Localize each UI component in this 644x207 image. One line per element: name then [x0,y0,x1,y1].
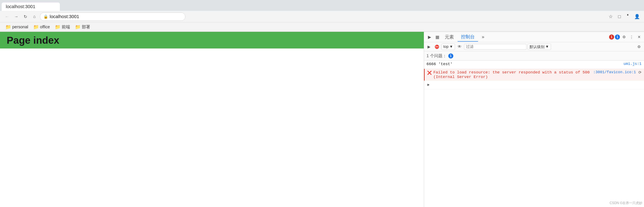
dropdown-arrow-icon: ▼ [545,45,549,49]
lock-icon: 🔒 [44,14,48,19]
nav-bar: ← → ↻ ⌂ 🔒 localhost:3001 ☆ □ 🬀 👤 [0,11,644,23]
clear-console-button[interactable]: ⛔ [434,44,440,50]
expand-icon[interactable]: ► [426,82,430,88]
log-entry-link[interactable]: umi.js:1 [624,62,642,66]
console-error-entry: ❌ Failed to load resource: the server re… [424,69,644,81]
error-text: Failed to load resource: the server resp… [433,70,590,79]
tab-bar: localhost:3001 [0,0,644,11]
devtools-toolbar: ▶ ⛔ top ▼ 👁 默认级别 ▼ ⚙ [424,42,644,51]
eye-button[interactable]: 👁 [456,44,463,50]
top-context-dropdown[interactable]: top ▼ [442,44,455,50]
tab-elements[interactable]: 元素 [442,33,457,41]
responsive-mode-icon[interactable]: ▦ [434,33,441,41]
devtools-menu-button[interactable]: ⋮ [628,34,635,40]
issues-badge: 1 [448,54,453,59]
page-title: Page index [7,35,59,46]
home-button[interactable]: ⌂ [31,13,38,20]
bookmark-label: office [40,25,50,29]
folder-icon: 📁 [6,24,11,30]
tab-console[interactable]: 控制台 [458,33,478,42]
bookmark-star-button[interactable]: ☆ [607,13,614,20]
log-entry-content: 6666 'test' [426,62,622,66]
reload-button[interactable]: ↻ [22,13,29,20]
bookmark-office[interactable]: 📁 office [31,24,52,31]
tab-title: localhost:3001 [6,4,35,9]
tab-more[interactable]: » [478,33,488,41]
bookmark-label: personal [12,25,28,29]
page-layout: Page index ▶ ▦ 元素 控制台 » 1 1 ⚙ ⋮ ✕ [0,32,644,207]
bookmark-label: 部署 [82,24,90,30]
console-log-entry: 6666 'test' umi.js:1 [424,61,644,69]
devtools-settings-button[interactable]: ⚙ [621,34,628,40]
devtools-right-icons: 1 1 ⚙ ⋮ ✕ [609,34,642,40]
bookmark-personal[interactable]: 📁 personal [3,24,30,31]
bookmarks-bar: 📁 personal 📁 office 📁 前端 📁 部署 [0,23,644,32]
folder-icon: 📁 [75,24,80,30]
folder-icon: 📁 [55,24,60,30]
run-button[interactable]: ▶ [426,44,432,50]
bookmark-deploy[interactable]: 📁 部署 [73,23,92,31]
csdn-watermark: CSDN ©在养一只虎妙 [610,201,642,205]
folder-icon: 📁 [33,24,39,30]
devtools-panel: ▶ ▦ 元素 控制台 » 1 1 ⚙ ⋮ ✕ ▶ ⛔ t [424,32,644,207]
filter-input[interactable] [464,44,526,50]
dropdown-arrow-icon: ▼ [449,45,453,49]
error-icon: ❌ [427,71,432,75]
issues-count-text: 1 个问题： [426,53,447,59]
inspect-element-icon[interactable]: ▶ [426,33,433,41]
log-text: 6666 'test' [426,62,452,66]
console-entries: 6666 'test' umi.js:1 ❌ Failed to load re… [424,61,644,207]
devtools-tabs-bar: ▶ ▦ 元素 控制台 » 1 1 ⚙ ⋮ ✕ [424,32,644,42]
media-button[interactable]: □ [616,13,623,20]
error-entry-content: Failed to load resource: the server resp… [433,70,592,79]
error-entry-link[interactable]: :3001/favicon.ico:1 [593,70,636,74]
issues-bar: 1 个问题： 1 [424,51,644,61]
active-tab[interactable]: localhost:3001 [2,3,60,11]
back-button[interactable]: ← [3,13,11,20]
console-expand-row: ► [424,81,644,89]
devtools-close-button[interactable]: ✕ [636,34,642,40]
level-label: 默认级别 [530,44,544,49]
message-badge: 1 [615,35,620,40]
bookmark-frontend[interactable]: 📁 前端 [53,23,72,31]
log-level-dropdown[interactable]: 默认级别 ▼ [528,44,551,50]
bookmark-label: 前端 [62,24,70,30]
top-label: top [443,45,448,49]
address-text: localhost:3001 [50,14,79,19]
extensions-button[interactable]: 🬀 [624,13,632,20]
error-reload-icon: ⟳ [638,70,642,75]
devtools-settings-gear-button[interactable]: ⚙ [636,44,642,50]
error-badge: 1 [609,35,614,40]
address-bar[interactable]: 🔒 localhost:3001 [40,13,185,21]
page-header: Page index [0,32,424,49]
browser-chrome: localhost:3001 ← → ↻ ⌂ 🔒 localhost:3001 … [0,0,644,32]
page-content: Page index [0,32,424,207]
forward-button[interactable]: → [12,13,20,20]
profile-button[interactable]: 👤 [633,13,641,20]
nav-right-buttons: ☆ □ 🬀 👤 [607,13,641,20]
